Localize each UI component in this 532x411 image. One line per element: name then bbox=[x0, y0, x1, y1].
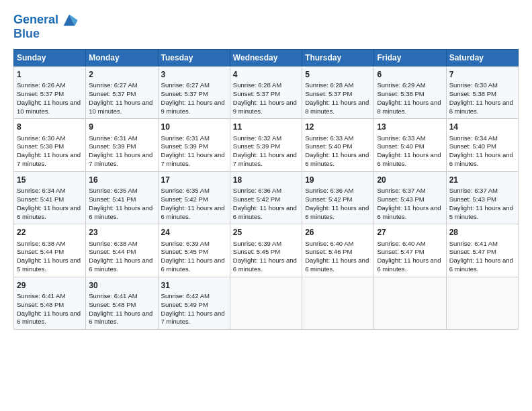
daylight-label: Daylight: 11 hours and 8 minutes. bbox=[449, 99, 513, 115]
day-number: 13 bbox=[377, 122, 443, 132]
daylight-label: Daylight: 11 hours and 10 minutes. bbox=[17, 99, 81, 115]
calendar-cell: 12Sunrise: 6:33 AMSunset: 5:40 PMDayligh… bbox=[302, 119, 374, 171]
day-number: 27 bbox=[377, 227, 443, 238]
day-number: 30 bbox=[89, 280, 154, 291]
sunset-label: Sunset: 5:44 PM bbox=[17, 248, 64, 255]
sunset-label: Sunset: 5:40 PM bbox=[305, 142, 352, 150]
day-number: 9 bbox=[89, 122, 154, 132]
day-number: 17 bbox=[161, 175, 227, 185]
sunset-label: Sunset: 5:37 PM bbox=[233, 90, 280, 97]
daylight-label: Daylight: 11 hours and 6 minutes. bbox=[377, 257, 441, 273]
sunrise-label: Sunrise: 6:31 AM bbox=[161, 134, 210, 142]
day-number: 11 bbox=[233, 122, 299, 132]
sunrise-label: Sunrise: 6:32 AM bbox=[233, 134, 281, 142]
sunset-label: Sunset: 5:37 PM bbox=[305, 90, 352, 97]
daylight-label: Daylight: 11 hours and 7 minutes. bbox=[233, 151, 297, 167]
day-number: 20 bbox=[377, 175, 443, 185]
calendar-cell: 4Sunrise: 6:28 AMSunset: 5:37 PMDaylight… bbox=[230, 66, 302, 119]
calendar-cell: 2Sunrise: 6:27 AMSunset: 5:37 PMDaylight… bbox=[86, 66, 158, 119]
day-number: 5 bbox=[305, 69, 371, 80]
sunset-label: Sunset: 5:42 PM bbox=[305, 195, 352, 203]
col-header-friday: Friday bbox=[374, 50, 446, 66]
daylight-label: Daylight: 11 hours and 6 minutes. bbox=[89, 204, 152, 220]
sunrise-label: Sunrise: 6:42 AM bbox=[161, 292, 210, 300]
calendar-cell: 11Sunrise: 6:32 AMSunset: 5:39 PMDayligh… bbox=[230, 119, 302, 171]
sunset-label: Sunset: 5:37 PM bbox=[89, 90, 136, 97]
calendar-cell: 31Sunrise: 6:42 AMSunset: 5:49 PMDayligh… bbox=[158, 277, 230, 329]
sunrise-label: Sunrise: 6:27 AM bbox=[89, 81, 137, 89]
day-number: 12 bbox=[305, 122, 371, 132]
col-header-sunday: Sunday bbox=[14, 50, 86, 66]
calendar-week-1: 1Sunrise: 6:26 AMSunset: 5:37 PMDaylight… bbox=[14, 66, 519, 119]
sunrise-label: Sunrise: 6:35 AM bbox=[89, 187, 137, 194]
day-number: 23 bbox=[89, 227, 154, 238]
calendar-cell: 13Sunrise: 6:33 AMSunset: 5:40 PMDayligh… bbox=[374, 119, 446, 171]
calendar-cell bbox=[374, 277, 446, 329]
calendar-cell: 24Sunrise: 6:39 AMSunset: 5:45 PMDayligh… bbox=[158, 224, 230, 277]
day-number: 24 bbox=[161, 227, 227, 238]
daylight-label: Daylight: 11 hours and 6 minutes. bbox=[89, 257, 152, 273]
sunrise-label: Sunrise: 6:29 AM bbox=[377, 81, 425, 89]
day-number: 22 bbox=[17, 227, 83, 238]
daylight-label: Daylight: 11 hours and 5 minutes. bbox=[449, 204, 513, 220]
daylight-label: Daylight: 11 hours and 6 minutes. bbox=[305, 204, 369, 220]
sunrise-label: Sunrise: 6:30 AM bbox=[17, 134, 65, 142]
calendar-cell: 6Sunrise: 6:29 AMSunset: 5:38 PMDaylight… bbox=[374, 66, 446, 119]
calendar-cell: 28Sunrise: 6:41 AMSunset: 5:47 PMDayligh… bbox=[446, 224, 518, 277]
day-number: 8 bbox=[17, 122, 83, 132]
calendar-cell: 16Sunrise: 6:35 AMSunset: 5:41 PMDayligh… bbox=[86, 171, 158, 224]
sunset-label: Sunset: 5:37 PM bbox=[161, 90, 208, 97]
sunrise-label: Sunrise: 6:41 AM bbox=[89, 292, 137, 300]
daylight-label: Daylight: 11 hours and 6 minutes. bbox=[305, 257, 369, 273]
daylight-label: Daylight: 11 hours and 7 minutes. bbox=[17, 151, 81, 167]
sunset-label: Sunset: 5:47 PM bbox=[377, 248, 424, 255]
calendar-cell: 22Sunrise: 6:38 AMSunset: 5:44 PMDayligh… bbox=[14, 224, 86, 277]
calendar-cell bbox=[230, 277, 302, 329]
calendar-cell: 1Sunrise: 6:26 AMSunset: 5:37 PMDaylight… bbox=[14, 66, 86, 119]
day-number: 16 bbox=[89, 175, 154, 185]
sunrise-label: Sunrise: 6:26 AM bbox=[17, 81, 65, 89]
sunrise-label: Sunrise: 6:37 AM bbox=[377, 187, 425, 194]
day-number: 2 bbox=[89, 69, 154, 80]
sunset-label: Sunset: 5:45 PM bbox=[161, 248, 208, 255]
sunrise-label: Sunrise: 6:40 AM bbox=[305, 240, 353, 247]
sunset-label: Sunset: 5:38 PM bbox=[449, 90, 496, 97]
col-header-thursday: Thursday bbox=[302, 50, 374, 66]
daylight-label: Daylight: 11 hours and 8 minutes. bbox=[305, 99, 369, 115]
sunset-label: Sunset: 5:45 PM bbox=[233, 248, 280, 255]
sunrise-label: Sunrise: 6:41 AM bbox=[17, 292, 65, 300]
sunset-label: Sunset: 5:48 PM bbox=[17, 301, 64, 308]
daylight-label: Daylight: 11 hours and 6 minutes. bbox=[161, 204, 225, 220]
sunrise-label: Sunrise: 6:41 AM bbox=[449, 240, 498, 247]
daylight-label: Daylight: 11 hours and 6 minutes. bbox=[305, 151, 369, 167]
sunrise-label: Sunrise: 6:31 AM bbox=[89, 134, 137, 142]
sunset-label: Sunset: 5:48 PM bbox=[89, 301, 136, 308]
sunrise-label: Sunrise: 6:36 AM bbox=[233, 187, 281, 194]
sunset-label: Sunset: 5:43 PM bbox=[449, 195, 496, 203]
daylight-label: Daylight: 11 hours and 6 minutes. bbox=[17, 204, 81, 220]
calendar-cell: 7Sunrise: 6:30 AMSunset: 5:38 PMDaylight… bbox=[446, 66, 518, 119]
sunset-label: Sunset: 5:39 PM bbox=[89, 142, 136, 150]
logo: General Blue bbox=[13, 11, 79, 41]
day-number: 26 bbox=[305, 227, 371, 238]
day-number: 19 bbox=[305, 175, 371, 185]
calendar-cell: 8Sunrise: 6:30 AMSunset: 5:38 PMDaylight… bbox=[14, 119, 86, 171]
col-header-tuesday: Tuesday bbox=[158, 50, 230, 66]
col-header-monday: Monday bbox=[86, 50, 158, 66]
calendar-cell: 27Sunrise: 6:40 AMSunset: 5:47 PMDayligh… bbox=[374, 224, 446, 277]
daylight-label: Daylight: 11 hours and 6 minutes. bbox=[449, 257, 513, 273]
calendar-cell: 3Sunrise: 6:27 AMSunset: 5:37 PMDaylight… bbox=[158, 66, 230, 119]
sunrise-label: Sunrise: 6:27 AM bbox=[161, 81, 210, 89]
sunset-label: Sunset: 5:41 PM bbox=[17, 195, 64, 203]
sunset-label: Sunset: 5:44 PM bbox=[89, 248, 136, 255]
sunset-label: Sunset: 5:37 PM bbox=[17, 90, 64, 97]
day-number: 7 bbox=[449, 69, 515, 80]
col-header-saturday: Saturday bbox=[446, 50, 518, 66]
calendar-cell: 25Sunrise: 6:39 AMSunset: 5:45 PMDayligh… bbox=[230, 224, 302, 277]
daylight-label: Daylight: 11 hours and 6 minutes. bbox=[89, 310, 152, 326]
calendar-cell: 20Sunrise: 6:37 AMSunset: 5:43 PMDayligh… bbox=[374, 171, 446, 224]
day-number: 3 bbox=[161, 69, 227, 80]
calendar-cell: 29Sunrise: 6:41 AMSunset: 5:48 PMDayligh… bbox=[14, 277, 86, 329]
sunrise-label: Sunrise: 6:38 AM bbox=[17, 240, 65, 247]
day-number: 18 bbox=[233, 175, 299, 185]
